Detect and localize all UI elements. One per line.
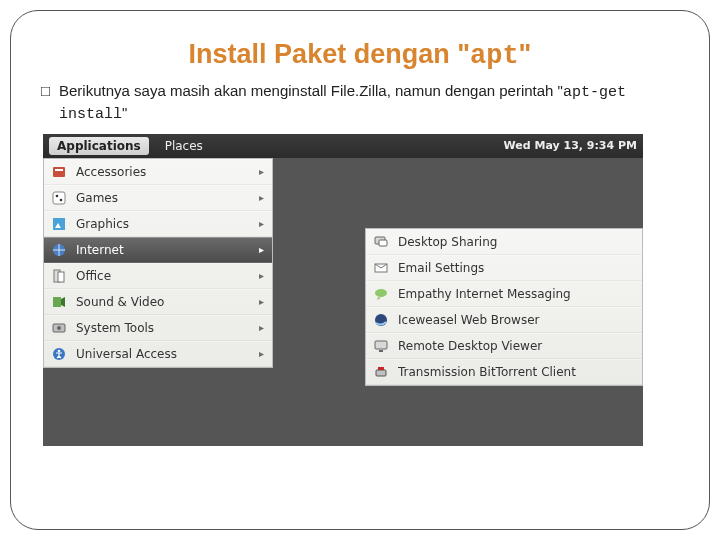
menu-item-games[interactable]: Games ▸ [44,185,272,211]
svg-rect-2 [53,192,65,204]
submenu-item-desktop-sharing[interactable]: Desktop Sharing [366,229,642,255]
svg-point-13 [57,326,61,330]
universal-access-icon [50,345,68,363]
submenu-item-label: Empathy Internet Messaging [398,287,634,301]
title-mono: apt [470,41,519,71]
applications-menu: Accessories ▸ Games ▸ Graphics ▸ Interne… [43,158,273,368]
submenu-item-label: Email Settings [398,261,634,275]
menu-item-office[interactable]: Office ▸ [44,263,272,289]
submenu-item-remote-desktop[interactable]: Remote Desktop Viewer [366,333,642,359]
svg-rect-9 [58,272,64,282]
body-part2: " [122,104,127,121]
menu-item-label: Sound & Video [76,295,251,309]
games-icon [50,189,68,207]
svg-rect-23 [376,370,386,376]
chevron-right-icon: ▸ [259,192,264,203]
title-suffix: " [519,39,532,69]
svg-rect-0 [53,167,65,177]
menu-gap [273,158,365,168]
panel-places-button[interactable]: Places [157,137,211,155]
panel-clock: Wed May 13, 9:34 PM [504,139,637,152]
svg-point-19 [375,289,387,297]
chevron-right-icon: ▸ [259,218,264,229]
submenu-item-label: Remote Desktop Viewer [398,339,634,353]
sound-video-icon [50,293,68,311]
svg-point-4 [60,198,63,201]
slide-body: □ Berikutnya saya masih akan menginstall… [41,81,679,126]
chevron-right-icon: ▸ [259,244,264,255]
submenu-item-transmission[interactable]: Transmission BitTorrent Client [366,359,642,385]
svg-rect-10 [53,297,61,307]
svg-point-15 [58,349,61,352]
chevron-right-icon: ▸ [259,322,264,333]
desktop-sharing-icon [372,233,390,251]
title-prefix: Install Paket dengan " [189,39,470,69]
svg-point-3 [56,194,59,197]
submenu-item-email-settings[interactable]: Email Settings [366,255,642,281]
submenu-item-label: Transmission BitTorrent Client [398,365,634,379]
svg-marker-11 [61,297,65,307]
transmission-icon [372,363,390,381]
menu-item-systemtools[interactable]: System Tools ▸ [44,315,272,341]
menu-item-label: Accessories [76,165,251,179]
system-tools-icon [50,319,68,337]
menu-item-label: Graphics [76,217,251,231]
submenu-item-empathy[interactable]: Empathy Internet Messaging [366,281,642,307]
body-content: Berikutnya saya masih akan menginstall F… [59,81,679,126]
menu-item-soundvideo[interactable]: Sound & Video ▸ [44,289,272,315]
menu-item-graphics[interactable]: Graphics ▸ [44,211,272,237]
menu-item-label: Office [76,269,251,283]
internet-submenu: Desktop Sharing Email Settings Empathy I… [365,228,643,386]
submenu-item-label: Iceweasel Web Browser [398,313,634,327]
submenu-item-label: Desktop Sharing [398,235,634,249]
svg-rect-17 [379,240,387,246]
chevron-right-icon: ▸ [259,348,264,359]
menu-item-label: System Tools [76,321,251,335]
menu-item-universal[interactable]: Universal Access ▸ [44,341,272,367]
internet-icon [50,241,68,259]
gnome-screenshot: Applications Places Wed May 13, 9:34 PM … [43,134,643,446]
bullet: □ [41,81,59,126]
menu-item-label: Universal Access [76,347,251,361]
menu-area: Accessories ▸ Games ▸ Graphics ▸ Interne… [43,158,643,386]
chevron-right-icon: ▸ [259,166,264,177]
body-part1: Berikutnya saya masih akan menginstall F… [59,82,563,99]
chevron-right-icon: ▸ [259,296,264,307]
iceweasel-icon [372,311,390,329]
graphics-icon [50,215,68,233]
svg-rect-1 [55,169,63,171]
menu-item-label: Games [76,191,251,205]
submenu-item-iceweasel[interactable]: Iceweasel Web Browser [366,307,642,333]
panel-applications-button[interactable]: Applications [49,137,149,155]
svg-rect-5 [53,218,65,230]
chevron-right-icon: ▸ [259,270,264,281]
empathy-icon [372,285,390,303]
gnome-top-panel: Applications Places Wed May 13, 9:34 PM [43,134,643,158]
remote-desktop-icon [372,337,390,355]
svg-rect-22 [379,350,383,352]
svg-rect-21 [375,341,387,349]
accessories-icon [50,163,68,181]
slide-frame: Install Paket dengan "apt" □ Berikutnya … [10,10,710,530]
slide-title: Install Paket dengan "apt" [41,39,679,71]
menu-item-internet[interactable]: Internet ▸ [44,237,272,263]
office-icon [50,267,68,285]
svg-rect-24 [378,367,384,370]
menu-item-accessories[interactable]: Accessories ▸ [44,159,272,185]
desktop-background [43,386,643,446]
menu-item-label: Internet [76,243,251,257]
email-settings-icon [372,259,390,277]
